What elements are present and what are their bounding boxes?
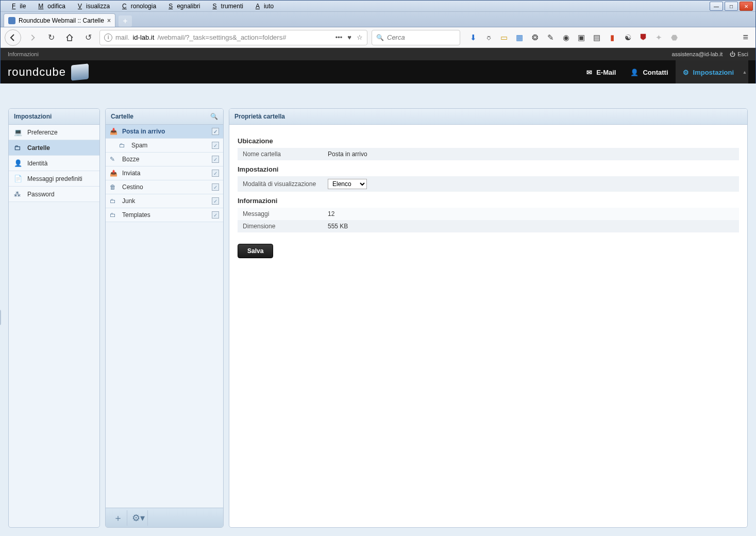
window-close-button[interactable]: ✕ <box>740 2 753 11</box>
browser-menu-button[interactable]: ≡ <box>740 32 751 43</box>
sent-icon: 📤 <box>110 170 118 177</box>
settings-item-password[interactable]: ⁂ Password <box>9 187 99 202</box>
folder-templates[interactable]: 🗀 Templates ✓ <box>106 208 223 222</box>
menu-help[interactable]: Aiuto <box>247 2 278 11</box>
rc-info-label: Informazioni <box>8 51 39 57</box>
nome-cartella-value: Posta in arrivo <box>323 148 739 160</box>
menu-view[interactable]: Visualizza <box>70 2 114 11</box>
rc-header: roundcube ✉ E-Mail 👤 Contatti ⚙ Impostaz… <box>1 60 755 84</box>
folder-checkbox[interactable]: ✓ <box>212 156 219 163</box>
pocket-icon[interactable]: ♥ <box>347 34 351 41</box>
folder-drafts[interactable]: ✎ Bozze ✓ <box>106 153 223 166</box>
informazioni-table: Messaggi 12 Dimensione 555 KB <box>238 208 739 232</box>
ubicazione-table: Nome cartella Posta in arrivo <box>238 148 739 160</box>
addon-icon-9[interactable]: ⬣ <box>669 33 679 42</box>
nav-settings[interactable]: ⚙ Impostazioni <box>676 60 741 84</box>
addon-icon-4[interactable]: ▣ <box>577 33 586 42</box>
menu-edit[interactable]: Modifica <box>30 2 70 11</box>
bookmark-star-icon[interactable]: ☆ <box>357 34 363 41</box>
url-bar[interactable]: i mail.id-lab.it/webmail/?_task=settings… <box>99 30 367 45</box>
window-maximize-button[interactable]: □ <box>725 2 738 11</box>
folder-inbox[interactable]: 📥 Posta in arrivo ✓ <box>106 125 223 139</box>
settings-panel: Impostazioni 💻 Preferenze 🗀 Cartelle 👤 I… <box>8 108 100 528</box>
folder-trash[interactable]: 🗑 Cestino ✓ <box>106 180 223 194</box>
folder-junk[interactable]: 🗀 Junk ✓ <box>106 194 223 208</box>
nav-back-button[interactable] <box>5 29 21 46</box>
url-prefix: mail. <box>115 34 129 41</box>
folder-checkbox[interactable]: ✓ <box>212 142 219 149</box>
addon-icon-1[interactable]: ❂ <box>530 33 540 42</box>
menu-file[interactable]: File <box>4 2 30 11</box>
settings-item-preferences[interactable]: 💻 Preferenze <box>9 125 99 140</box>
nav-refresh-icon[interactable]: ↺ <box>81 30 95 45</box>
search-box[interactable]: 🔍 <box>372 30 460 45</box>
nav-mail[interactable]: ✉ E-Mail <box>579 60 623 84</box>
settings-item-folders[interactable]: 🗀 Cartelle <box>9 140 99 156</box>
settings-item-identities[interactable]: 👤 Identità <box>9 156 99 171</box>
messages-label: Messaggi <box>238 208 323 220</box>
folder-checkbox[interactable]: ✓ <box>212 183 219 191</box>
ruler-icon[interactable]: ▭ <box>499 33 509 42</box>
browser-tabbar: Roundcube Webmail :: Cartelle × + <box>1 12 755 27</box>
size-label: Dimensione <box>238 220 323 232</box>
rc-logout-link[interactable]: ⏻Esci <box>730 51 748 57</box>
new-tab-button[interactable]: + <box>119 15 132 27</box>
laptop-icon: 💻 <box>14 128 22 136</box>
menu-history[interactable]: Cronologia <box>114 2 160 11</box>
folder-icon: 🗀 <box>110 197 118 205</box>
window-minimize-button[interactable]: ― <box>710 2 723 11</box>
site-info-icon[interactable]: i <box>104 34 112 42</box>
tab-title: Roundcube Webmail :: Cartelle <box>19 17 104 24</box>
downloads-icon[interactable]: ⬇ <box>468 33 478 42</box>
settings-item-responses[interactable]: 📄 Messaggi predefiniti <box>9 171 99 187</box>
addon-icon-3[interactable]: ◉ <box>561 33 570 42</box>
addon-icon-8[interactable]: ✦ <box>654 33 663 42</box>
nav-contacts[interactable]: 👤 Contatti <box>623 60 675 84</box>
nav-forward-button[interactable] <box>25 30 40 45</box>
menu-bookmarks[interactable]: Segnalibri <box>160 2 204 11</box>
folder-checkbox[interactable]: ✓ <box>212 211 219 219</box>
library-icon[interactable]: ⎏ <box>484 33 493 42</box>
viewmode-label: Modalità di visualizzazione <box>238 176 323 192</box>
window-controls: ― □ ✕ <box>710 2 753 11</box>
url-path: /webmail/?_task=settings&_action=folders… <box>157 34 286 41</box>
gear-icon: ⚙ <box>683 69 689 76</box>
power-icon: ⏻ <box>730 51 735 57</box>
props-body: Ubicazione Nome cartella Posta in arrivo… <box>229 125 747 265</box>
rc-user-email[interactable]: assistenza@id-lab.it <box>672 51 723 57</box>
tab-close-icon[interactable]: × <box>107 17 111 24</box>
rc-logo-cube <box>71 63 89 81</box>
page-actions-icon[interactable]: ••• <box>335 34 343 41</box>
addon-icon-5[interactable]: ▤ <box>592 33 601 42</box>
browser-menubar: File Modifica Visualizza Cronologia Segn… <box>1 1 755 12</box>
folder-sent[interactable]: 📤 Inviata ✓ <box>106 166 223 180</box>
rc-main-nav: ✉ E-Mail 👤 Contatti ⚙ Impostazioni ▲ <box>579 60 748 84</box>
grid-icon[interactable]: ▦ <box>515 33 524 42</box>
folder-actions-button[interactable]: ⚙▾ <box>129 510 148 526</box>
url-domain: id-lab.it <box>132 34 154 41</box>
save-button[interactable]: Salva <box>238 244 273 258</box>
nav-reload-button[interactable]: ↻ <box>44 30 58 45</box>
folder-checkbox[interactable]: ✓ <box>212 128 219 135</box>
folder-search-icon[interactable]: 🔍 <box>210 113 218 120</box>
viewmode-select[interactable]: Elenco <box>328 179 367 189</box>
menu-tools[interactable]: Strumenti <box>205 2 247 11</box>
settings-panel-header: Impostazioni <box>9 109 99 125</box>
addon-icon-7[interactable]: ☯ <box>623 33 632 42</box>
ublock-icon[interactable]: ⛊ <box>639 33 648 42</box>
nav-collapse-icon[interactable]: ▲ <box>741 60 748 84</box>
identity-icon: 👤 <box>14 159 22 167</box>
addon-icon-2[interactable]: ✎ <box>546 33 555 42</box>
search-input[interactable] <box>387 34 456 41</box>
inbox-icon: 📥 <box>110 128 118 135</box>
size-value: 555 KB <box>323 220 739 232</box>
browser-toolbar: ↻ ↺ i mail.id-lab.it/webmail/?_task=sett… <box>1 27 755 48</box>
folder-checkbox[interactable]: ✓ <box>212 170 219 177</box>
folder-checkbox[interactable]: ✓ <box>212 197 219 205</box>
folder-spam[interactable]: 🗀 Spam ✓ <box>106 139 223 153</box>
mail-icon: ✉ <box>586 69 592 76</box>
nav-home-button[interactable] <box>62 30 77 45</box>
add-folder-button[interactable]: ＋ <box>109 510 127 526</box>
browser-tab[interactable]: Roundcube Webmail :: Cartelle × <box>4 13 115 27</box>
addon-icon-6[interactable]: ▮ <box>608 33 617 42</box>
